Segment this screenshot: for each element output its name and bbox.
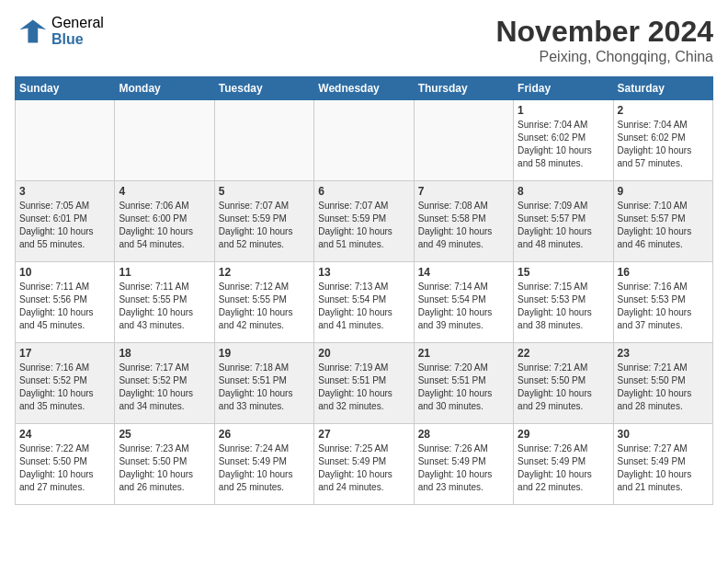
day-info: Sunrise: 7:13 AM Sunset: 5:54 PM Dayligh…: [318, 281, 409, 332]
day-info: Sunrise: 7:17 AM Sunset: 5:52 PM Dayligh…: [119, 362, 210, 413]
day-number: 22: [518, 347, 609, 360]
day-info: Sunrise: 7:07 AM Sunset: 5:59 PM Dayligh…: [318, 200, 409, 251]
calendar-cell: 20Sunrise: 7:19 AM Sunset: 5:51 PM Dayli…: [314, 343, 414, 424]
calendar-cell: 6Sunrise: 7:07 AM Sunset: 5:59 PM Daylig…: [314, 181, 414, 262]
day-info: Sunrise: 7:16 AM Sunset: 5:52 PM Dayligh…: [19, 362, 110, 413]
logo-icon: [15, 15, 48, 48]
calendar-cell: 14Sunrise: 7:14 AM Sunset: 5:54 PM Dayli…: [414, 262, 513, 343]
calendar-cell: 23Sunrise: 7:21 AM Sunset: 5:50 PM Dayli…: [613, 343, 712, 424]
day-number: 28: [418, 428, 509, 441]
page-header: General Blue November 2024 Peixing, Chon…: [15, 15, 713, 65]
day-number: 2: [618, 104, 709, 117]
logo: General Blue: [15, 15, 104, 48]
calendar-cell: [214, 100, 313, 181]
day-number: 12: [219, 266, 310, 279]
day-info: Sunrise: 7:12 AM Sunset: 5:55 PM Dayligh…: [219, 281, 310, 332]
calendar-cell: [314, 100, 414, 181]
weekday-header-wednesday: Wednesday: [314, 77, 414, 100]
calendar-cell: 12Sunrise: 7:12 AM Sunset: 5:55 PM Dayli…: [214, 262, 313, 343]
week-row-5: 24Sunrise: 7:22 AM Sunset: 5:50 PM Dayli…: [16, 424, 713, 505]
calendar-cell: [16, 100, 115, 181]
calendar-cell: [414, 100, 513, 181]
day-info: Sunrise: 7:20 AM Sunset: 5:51 PM Dayligh…: [418, 362, 509, 413]
day-number: 25: [119, 428, 210, 441]
day-number: 7: [418, 185, 509, 198]
day-info: Sunrise: 7:21 AM Sunset: 5:50 PM Dayligh…: [518, 362, 609, 413]
day-number: 1: [518, 104, 609, 117]
day-info: Sunrise: 7:04 AM Sunset: 6:02 PM Dayligh…: [518, 119, 609, 170]
day-number: 3: [19, 185, 110, 198]
calendar-cell: 8Sunrise: 7:09 AM Sunset: 5:57 PM Daylig…: [514, 181, 613, 262]
calendar-cell: 10Sunrise: 7:11 AM Sunset: 5:56 PM Dayli…: [16, 262, 115, 343]
day-number: 6: [318, 185, 409, 198]
day-number: 10: [19, 266, 110, 279]
calendar-cell: 25Sunrise: 7:23 AM Sunset: 5:50 PM Dayli…: [115, 424, 214, 505]
day-number: 14: [418, 266, 509, 279]
logo-text: General Blue: [51, 15, 104, 47]
day-info: Sunrise: 7:10 AM Sunset: 5:57 PM Dayligh…: [618, 200, 709, 251]
weekday-header-tuesday: Tuesday: [214, 77, 313, 100]
day-number: 23: [618, 347, 709, 360]
day-number: 11: [119, 266, 210, 279]
logo-general: General: [51, 15, 104, 31]
calendar-cell: 16Sunrise: 7:16 AM Sunset: 5:53 PM Dayli…: [613, 262, 712, 343]
logo-blue: Blue: [51, 31, 104, 48]
svg-marker-0: [19, 19, 46, 42]
week-row-4: 17Sunrise: 7:16 AM Sunset: 5:52 PM Dayli…: [16, 343, 713, 424]
week-row-2: 3Sunrise: 7:05 AM Sunset: 6:01 PM Daylig…: [16, 181, 713, 262]
day-info: Sunrise: 7:16 AM Sunset: 5:53 PM Dayligh…: [618, 281, 709, 332]
calendar-cell: 2Sunrise: 7:04 AM Sunset: 6:02 PM Daylig…: [613, 100, 712, 181]
calendar-cell: 22Sunrise: 7:21 AM Sunset: 5:50 PM Dayli…: [514, 343, 613, 424]
calendar-cell: 17Sunrise: 7:16 AM Sunset: 5:52 PM Dayli…: [16, 343, 115, 424]
day-number: 24: [19, 428, 110, 441]
day-info: Sunrise: 7:11 AM Sunset: 5:56 PM Dayligh…: [19, 281, 110, 332]
day-info: Sunrise: 7:14 AM Sunset: 5:54 PM Dayligh…: [418, 281, 509, 332]
calendar-cell: 29Sunrise: 7:26 AM Sunset: 5:49 PM Dayli…: [514, 424, 613, 505]
day-number: 30: [618, 428, 709, 441]
day-number: 16: [618, 266, 709, 279]
calendar-cell: 5Sunrise: 7:07 AM Sunset: 5:59 PM Daylig…: [214, 181, 313, 262]
weekday-header-thursday: Thursday: [414, 77, 513, 100]
weekday-header-monday: Monday: [115, 77, 214, 100]
weekday-header-saturday: Saturday: [613, 77, 712, 100]
title-block: November 2024 Peixing, Chongqing, China: [495, 15, 713, 65]
day-info: Sunrise: 7:07 AM Sunset: 5:59 PM Dayligh…: [219, 200, 310, 251]
day-number: 21: [418, 347, 509, 360]
calendar-cell: 18Sunrise: 7:17 AM Sunset: 5:52 PM Dayli…: [115, 343, 214, 424]
day-info: Sunrise: 7:23 AM Sunset: 5:50 PM Dayligh…: [119, 442, 210, 494]
calendar-cell: 30Sunrise: 7:27 AM Sunset: 5:49 PM Dayli…: [613, 424, 712, 505]
day-number: 20: [318, 347, 409, 360]
day-info: Sunrise: 7:11 AM Sunset: 5:55 PM Dayligh…: [119, 281, 210, 332]
week-row-1: 1Sunrise: 7:04 AM Sunset: 6:02 PM Daylig…: [16, 100, 713, 181]
day-number: 17: [19, 347, 110, 360]
calendar-cell: 28Sunrise: 7:26 AM Sunset: 5:49 PM Dayli…: [414, 424, 513, 505]
day-number: 15: [518, 266, 609, 279]
day-info: Sunrise: 7:09 AM Sunset: 5:57 PM Dayligh…: [518, 200, 609, 251]
calendar-cell: 27Sunrise: 7:25 AM Sunset: 5:49 PM Dayli…: [314, 424, 414, 505]
day-info: Sunrise: 7:08 AM Sunset: 5:58 PM Dayligh…: [418, 200, 509, 251]
day-number: 8: [518, 185, 609, 198]
calendar-cell: 24Sunrise: 7:22 AM Sunset: 5:50 PM Dayli…: [16, 424, 115, 505]
day-info: Sunrise: 7:26 AM Sunset: 5:49 PM Dayligh…: [418, 442, 509, 494]
calendar-cell: 1Sunrise: 7:04 AM Sunset: 6:02 PM Daylig…: [514, 100, 613, 181]
day-info: Sunrise: 7:18 AM Sunset: 5:51 PM Dayligh…: [219, 362, 310, 413]
day-number: 29: [518, 428, 609, 441]
day-number: 19: [219, 347, 310, 360]
calendar-cell: 26Sunrise: 7:24 AM Sunset: 5:49 PM Dayli…: [214, 424, 313, 505]
weekday-header-friday: Friday: [514, 77, 613, 100]
location: Peixing, Chongqing, China: [495, 49, 713, 65]
calendar-cell: 9Sunrise: 7:10 AM Sunset: 5:57 PM Daylig…: [613, 181, 712, 262]
day-number: 18: [119, 347, 210, 360]
day-info: Sunrise: 7:19 AM Sunset: 5:51 PM Dayligh…: [318, 362, 409, 413]
day-number: 5: [219, 185, 310, 198]
day-info: Sunrise: 7:21 AM Sunset: 5:50 PM Dayligh…: [618, 362, 709, 413]
calendar-cell: [115, 100, 214, 181]
month-title: November 2024: [495, 15, 713, 49]
calendar-table: SundayMondayTuesdayWednesdayThursdayFrid…: [15, 76, 713, 505]
day-info: Sunrise: 7:24 AM Sunset: 5:49 PM Dayligh…: [219, 442, 310, 494]
weekday-header-sunday: Sunday: [16, 77, 115, 100]
day-info: Sunrise: 7:05 AM Sunset: 6:01 PM Dayligh…: [19, 200, 110, 251]
weekday-header-row: SundayMondayTuesdayWednesdayThursdayFrid…: [16, 77, 713, 100]
calendar-cell: 15Sunrise: 7:15 AM Sunset: 5:53 PM Dayli…: [514, 262, 613, 343]
calendar-cell: 11Sunrise: 7:11 AM Sunset: 5:55 PM Dayli…: [115, 262, 214, 343]
